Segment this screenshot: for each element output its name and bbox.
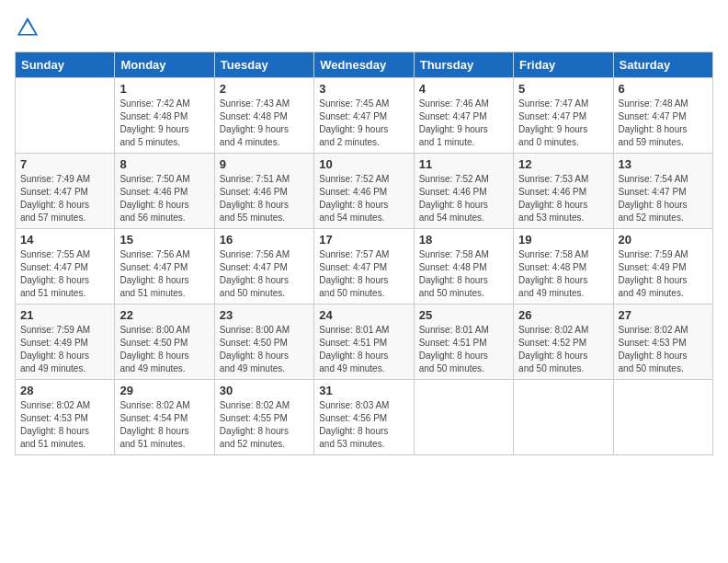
calendar-cell: 18Sunrise: 7:58 AM Sunset: 4:48 PM Dayli… [414,229,513,304]
day-info: Sunrise: 7:54 AM Sunset: 4:47 PM Dayligh… [619,173,708,224]
day-header-tuesday: Tuesday [214,52,313,78]
day-number: 26 [518,308,608,322]
day-info: Sunrise: 7:56 AM Sunset: 4:47 PM Dayligh… [119,248,209,300]
day-info: Sunrise: 7:52 AM Sunset: 4:46 PM Dayligh… [319,173,408,224]
day-number: 21 [20,308,109,322]
calendar-cell: 23Sunrise: 8:00 AM Sunset: 4:50 PM Dayli… [214,304,313,380]
day-number: 2 [220,82,309,96]
calendar-cell: 30Sunrise: 8:02 AM Sunset: 4:55 PM Dayli… [214,380,313,455]
day-info: Sunrise: 8:03 AM Sunset: 4:56 PM Dayligh… [319,399,408,451]
day-header-friday: Friday [514,52,613,78]
calendar-cell: 3Sunrise: 7:45 AM Sunset: 4:47 PM Daylig… [314,78,414,154]
calendar: SundayMondayTuesdayWednesdayThursdayFrid… [15,52,713,455]
day-number: 27 [619,308,708,322]
calendar-week-row: 1Sunrise: 7:42 AM Sunset: 4:48 PM Daylig… [16,78,713,154]
calendar-cell: 8Sunrise: 7:50 AM Sunset: 4:46 PM Daylig… [115,154,214,229]
day-info: Sunrise: 8:02 AM Sunset: 4:53 PM Dayligh… [619,324,708,375]
calendar-week-row: 28Sunrise: 8:02 AM Sunset: 4:53 PM Dayli… [16,380,713,455]
calendar-cell: 9Sunrise: 7:51 AM Sunset: 4:46 PM Daylig… [214,154,313,229]
calendar-cell: 16Sunrise: 7:56 AM Sunset: 4:47 PM Dayli… [214,229,313,304]
calendar-cell: 17Sunrise: 7:57 AM Sunset: 4:47 PM Dayli… [314,229,414,304]
calendar-cell: 19Sunrise: 7:58 AM Sunset: 4:48 PM Dayli… [514,229,613,304]
calendar-cell [414,380,513,455]
day-info: Sunrise: 8:02 AM Sunset: 4:55 PM Dayligh… [220,399,309,451]
day-number: 10 [319,157,408,171]
day-info: Sunrise: 7:56 AM Sunset: 4:47 PM Dayligh… [220,248,309,300]
day-header-wednesday: Wednesday [314,52,414,78]
day-number: 8 [119,157,209,171]
calendar-week-row: 7Sunrise: 7:49 AM Sunset: 4:47 PM Daylig… [16,154,713,229]
day-info: Sunrise: 7:43 AM Sunset: 4:48 PM Dayligh… [220,98,309,149]
day-info: Sunrise: 8:01 AM Sunset: 4:51 PM Dayligh… [419,324,508,375]
calendar-week-row: 14Sunrise: 7:55 AM Sunset: 4:47 PM Dayli… [16,229,713,304]
day-number: 24 [319,308,408,322]
day-info: Sunrise: 8:02 AM Sunset: 4:53 PM Dayligh… [20,399,109,451]
calendar-cell: 28Sunrise: 8:02 AM Sunset: 4:53 PM Dayli… [16,380,115,455]
day-info: Sunrise: 8:02 AM Sunset: 4:54 PM Dayligh… [119,399,209,451]
calendar-cell: 13Sunrise: 7:54 AM Sunset: 4:47 PM Dayli… [613,154,712,229]
day-number: 25 [419,308,508,322]
day-header-saturday: Saturday [613,52,712,78]
calendar-cell: 5Sunrise: 7:47 AM Sunset: 4:47 PM Daylig… [514,78,613,154]
day-info: Sunrise: 7:50 AM Sunset: 4:46 PM Dayligh… [119,173,209,224]
calendar-cell [514,380,613,455]
day-number: 20 [619,233,708,247]
day-info: Sunrise: 7:53 AM Sunset: 4:46 PM Dayligh… [518,173,608,224]
day-number: 19 [518,233,608,247]
day-info: Sunrise: 7:45 AM Sunset: 4:47 PM Dayligh… [319,98,408,149]
day-info: Sunrise: 7:58 AM Sunset: 4:48 PM Dayligh… [419,248,508,300]
day-number: 4 [419,82,508,96]
calendar-cell [16,78,115,154]
calendar-cell: 2Sunrise: 7:43 AM Sunset: 4:48 PM Daylig… [214,78,313,154]
day-info: Sunrise: 7:59 AM Sunset: 4:49 PM Dayligh… [20,324,109,375]
logo-icon [15,15,40,40]
calendar-cell: 6Sunrise: 7:48 AM Sunset: 4:47 PM Daylig… [613,78,712,154]
day-info: Sunrise: 8:02 AM Sunset: 4:52 PM Dayligh… [518,324,608,375]
calendar-cell: 22Sunrise: 8:00 AM Sunset: 4:50 PM Dayli… [115,304,214,380]
day-number: 22 [119,308,209,322]
day-number: 3 [319,82,408,96]
calendar-cell: 14Sunrise: 7:55 AM Sunset: 4:47 PM Dayli… [16,229,115,304]
calendar-week-row: 21Sunrise: 7:59 AM Sunset: 4:49 PM Dayli… [16,304,713,380]
day-number: 31 [319,384,408,397]
calendar-cell: 4Sunrise: 7:46 AM Sunset: 4:47 PM Daylig… [414,78,513,154]
day-info: Sunrise: 8:00 AM Sunset: 4:50 PM Dayligh… [220,324,309,375]
calendar-cell: 25Sunrise: 8:01 AM Sunset: 4:51 PM Dayli… [414,304,513,380]
calendar-cell: 11Sunrise: 7:52 AM Sunset: 4:46 PM Dayli… [414,154,513,229]
day-info: Sunrise: 7:55 AM Sunset: 4:47 PM Dayligh… [20,248,109,300]
day-number: 12 [518,157,608,171]
calendar-cell: 26Sunrise: 8:02 AM Sunset: 4:52 PM Dayli… [514,304,613,380]
day-info: Sunrise: 8:01 AM Sunset: 4:51 PM Dayligh… [319,324,408,375]
day-info: Sunrise: 7:58 AM Sunset: 4:48 PM Dayligh… [518,248,608,300]
day-number: 7 [20,157,109,171]
page-header [15,15,713,40]
calendar-cell: 27Sunrise: 8:02 AM Sunset: 4:53 PM Dayli… [613,304,712,380]
day-info: Sunrise: 8:00 AM Sunset: 4:50 PM Dayligh… [119,324,209,375]
day-info: Sunrise: 7:57 AM Sunset: 4:47 PM Dayligh… [319,248,408,300]
day-number: 1 [119,82,209,96]
day-number: 16 [220,233,309,247]
day-number: 17 [319,233,408,247]
calendar-cell: 20Sunrise: 7:59 AM Sunset: 4:49 PM Dayli… [613,229,712,304]
day-number: 28 [20,384,109,397]
day-info: Sunrise: 7:59 AM Sunset: 4:49 PM Dayligh… [619,248,708,300]
day-number: 29 [119,384,209,397]
calendar-cell: 21Sunrise: 7:59 AM Sunset: 4:49 PM Dayli… [16,304,115,380]
day-info: Sunrise: 7:48 AM Sunset: 4:47 PM Dayligh… [619,98,708,149]
day-number: 11 [419,157,508,171]
calendar-cell: 29Sunrise: 8:02 AM Sunset: 4:54 PM Dayli… [115,380,214,455]
calendar-cell: 31Sunrise: 8:03 AM Sunset: 4:56 PM Dayli… [314,380,414,455]
logo [15,15,44,40]
day-number: 13 [619,157,708,171]
day-info: Sunrise: 7:49 AM Sunset: 4:47 PM Dayligh… [20,173,109,224]
calendar-cell: 1Sunrise: 7:42 AM Sunset: 4:48 PM Daylig… [115,78,214,154]
day-number: 9 [220,157,309,171]
calendar-cell [613,380,712,455]
day-number: 23 [220,308,309,322]
day-info: Sunrise: 7:52 AM Sunset: 4:46 PM Dayligh… [419,173,508,224]
day-header-monday: Monday [115,52,214,78]
day-number: 5 [518,82,608,96]
calendar-cell: 10Sunrise: 7:52 AM Sunset: 4:46 PM Dayli… [314,154,414,229]
day-info: Sunrise: 7:42 AM Sunset: 4:48 PM Dayligh… [119,98,209,149]
day-number: 14 [20,233,109,247]
